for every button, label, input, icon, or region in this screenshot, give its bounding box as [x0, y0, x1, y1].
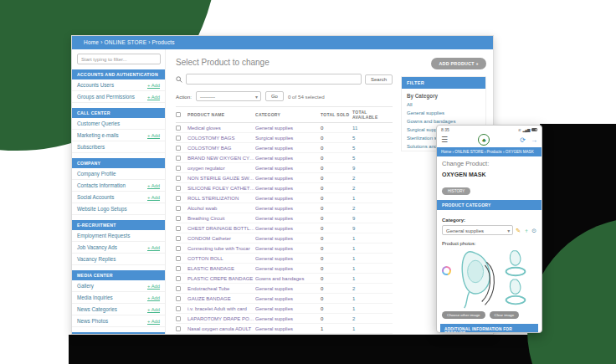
edit-pencil-icon[interactable]: ✎ [516, 228, 521, 233]
column-header-total-sold[interactable]: TOTAL SOLD [321, 112, 352, 117]
sidebar-item[interactable]: Customer Queries + Add [72, 118, 165, 130]
sidebar-item-label[interactable]: Company Profile [77, 171, 116, 177]
product-link[interactable]: GAUZE BANDAGE [187, 296, 255, 301]
row-checkbox[interactable] [176, 196, 181, 201]
sidebar-item[interactable]: Groups and Permissions + Add [72, 91, 165, 103]
row-checkbox[interactable] [176, 256, 181, 261]
row-checkbox[interactable] [176, 316, 181, 321]
view-eye-icon[interactable]: ⊙ [531, 228, 536, 233]
sidebar-filter-input[interactable] [77, 54, 161, 64]
column-header-total-available[interactable]: TOTAL AVAILABLE [352, 110, 393, 120]
product-link[interactable]: ELASTIC BANDAGE [187, 266, 255, 271]
product-link[interactable]: Nasal oxygen canula ADULT [187, 326, 255, 331]
menu-icon[interactable]: ☰ [441, 136, 448, 144]
product-link[interactable]: Endotracheal Tube [187, 286, 255, 291]
sidebar-add-link[interactable]: + Add [147, 95, 160, 100]
phone-breadcrumb[interactable]: Home › ONLINE STORE › Products › OXYGEN … [437, 147, 542, 156]
select-all-checkbox[interactable] [176, 112, 181, 117]
sidebar-item-label[interactable]: Subscribers [77, 144, 105, 150]
sidebar-item[interactable]: Contacts Information + Add [72, 180, 165, 192]
sidebar-item-label[interactable]: Customer Queries [77, 120, 120, 126]
sidebar-item-label[interactable]: Employment Requests [77, 233, 130, 238]
row-checkbox[interactable] [176, 136, 181, 141]
sync-icon[interactable]: ⟳ [520, 136, 526, 144]
forward-arrow-icon[interactable]: → [531, 136, 537, 144]
row-checkbox[interactable] [176, 266, 181, 271]
go-button[interactable]: Go [265, 91, 284, 101]
sidebar-item-label[interactable]: Job Vacancy Ads [77, 244, 117, 250]
search-button[interactable]: Search [365, 74, 393, 85]
sidebar-add-link[interactable]: + Add [147, 295, 160, 300]
product-link[interactable]: COTTON ROLL [187, 256, 255, 261]
search-input[interactable] [186, 74, 362, 85]
choose-other-image-button[interactable]: Choose other image [442, 311, 485, 319]
additional-information-bar[interactable]: ADDITIONAL INFORMATION FOR PRODUCT [440, 324, 538, 333]
row-checkbox[interactable] [176, 146, 181, 151]
row-checkbox[interactable] [176, 166, 181, 171]
sidebar-item[interactable]: Vacancy Replies + Add [72, 254, 165, 265]
sidebar-item-label[interactable]: Social Accounts [77, 194, 114, 200]
column-header-category[interactable]: CATEGORY [255, 112, 321, 117]
column-header-product-name[interactable]: PRODUCT NAME [187, 112, 255, 117]
sidebar-item[interactable]: Media Inquiries + Add [72, 292, 165, 304]
sidebar-add-link[interactable]: + Add [147, 319, 160, 324]
sidebar-item-label[interactable]: Contacts Information [77, 182, 126, 188]
sidebar-item-label[interactable]: Media Inquiries [77, 295, 113, 300]
history-button[interactable]: HISTORY [442, 187, 470, 195]
clear-image-button[interactable]: Clear image [490, 311, 520, 319]
sidebar-item[interactable]: Job Vacancy Ads + Add [72, 242, 165, 254]
product-link[interactable]: ROLL STERILIZATION [187, 196, 255, 201]
row-checkbox[interactable] [176, 176, 181, 181]
product-link[interactable]: i.v. bracelet Adult with card [187, 306, 255, 311]
product-link[interactable]: Connecting tube with Trocar [187, 246, 255, 251]
sidebar-item[interactable]: Gallery + Add [72, 280, 165, 292]
product-link[interactable]: LAPAROTOMY DRAPE POCKET [187, 316, 255, 321]
product-link[interactable]: Alcohol swab [187, 206, 255, 211]
row-checkbox[interactable] [176, 286, 181, 291]
product-link[interactable]: NON STERILE GAUZE SWAB [187, 176, 255, 181]
sidebar-add-link[interactable]: + Add [147, 133, 160, 138]
row-checkbox[interactable] [176, 156, 181, 161]
sidebar-item-label[interactable]: Accounts Users [77, 82, 114, 88]
action-select[interactable]: --------- [196, 91, 261, 101]
sidebar-item[interactable]: Subscribers + Add [72, 141, 165, 153]
row-checkbox[interactable] [176, 326, 181, 331]
product-link[interactable]: oxygen regulator [187, 166, 255, 171]
category-select[interactable]: General supplies [442, 225, 513, 235]
sidebar-item-label[interactable]: Website Logo Setups [77, 206, 127, 212]
sidebar-add-link[interactable]: + Add [147, 183, 160, 188]
sidebar-item[interactable]: Social Accounts + Add [72, 192, 165, 203]
row-checkbox[interactable] [176, 216, 181, 221]
sidebar-item[interactable]: Company Profile + Add [72, 168, 165, 180]
row-checkbox[interactable] [176, 306, 181, 311]
sidebar-item-label[interactable]: Vacancy Replies [77, 256, 116, 262]
sidebar-item-label[interactable]: News Categories [77, 306, 117, 312]
product-link[interactable]: CONDOM Catheter [187, 236, 255, 241]
product-link[interactable]: SILICONE FOLEY CATHETER, TWO W [187, 186, 255, 191]
sidebar-add-link[interactable]: + Add [147, 284, 160, 289]
row-checkbox[interactable] [176, 276, 181, 281]
sidebar-item-label[interactable]: Gallery [77, 283, 94, 289]
sidebar-item[interactable]: News Categories + Add [72, 304, 165, 315]
row-checkbox[interactable] [176, 296, 181, 301]
sidebar-add-link[interactable]: + Add [147, 195, 160, 200]
product-link[interactable]: PLASTIC CREPE BANDAGE [187, 276, 255, 281]
sidebar-item[interactable]: Accounts Users + Add [72, 79, 165, 91]
filter-option[interactable]: General supplies [402, 109, 485, 117]
product-link[interactable]: CHEST DRAINAGE BOTTLE DOUBLE [187, 226, 255, 231]
row-checkbox[interactable] [176, 126, 181, 131]
product-link[interactable]: COLOSTOMY BAG [187, 146, 255, 151]
row-checkbox[interactable] [176, 236, 181, 241]
row-checkbox[interactable] [176, 246, 181, 251]
sidebar-item-label[interactable]: Marketing e-mails [77, 132, 119, 138]
sidebar-add-link[interactable]: + Add [147, 307, 160, 312]
row-checkbox[interactable] [176, 206, 181, 211]
add-plus-icon[interactable]: ＋ [523, 228, 529, 233]
product-link[interactable]: Medical gloves [187, 126, 255, 131]
filter-option[interactable]: All [402, 100, 485, 109]
sidebar-item[interactable]: Employment Requests + Add [72, 230, 165, 242]
sidebar-add-link[interactable]: + Add [147, 83, 160, 88]
product-link[interactable]: Breathing Circuit [187, 216, 255, 221]
add-product-button[interactable]: ADD PRODUCT + [431, 58, 486, 69]
row-checkbox[interactable] [176, 226, 181, 231]
